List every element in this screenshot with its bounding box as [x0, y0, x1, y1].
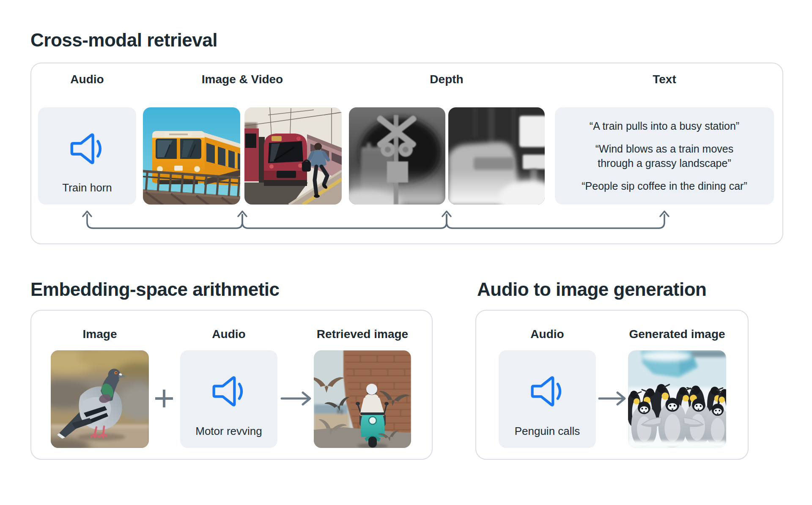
column-header-retrieved-image: Retrieved image — [317, 328, 408, 341]
penguins-photo — [628, 350, 726, 448]
speaker-icon — [529, 373, 565, 409]
right-arrow-icon — [280, 391, 312, 406]
audio-card-penguin-calls: Penguin calls — [499, 350, 596, 448]
audio-card-label: Motor revving — [180, 425, 277, 438]
column-header-image: Image — [83, 328, 117, 341]
audio-to-image-title: Audio to image generation — [477, 279, 706, 300]
embedding-panel: Image Audio Retrieved image — [30, 310, 433, 460]
generation-panel: Audio Generated image Penguin calls — [475, 310, 749, 460]
retrieval-connector-arrows — [31, 63, 784, 245]
embedding-title: Embedding-space arithmetic — [30, 279, 279, 300]
audio-card-motor-revving: Motor revving — [180, 350, 277, 448]
cross-modal-title: Cross-modal retrieval — [30, 30, 217, 51]
speaker-icon — [211, 373, 247, 409]
right-arrow-icon — [598, 391, 627, 406]
scooter-with-pigeons-photo — [314, 350, 411, 448]
column-header-audio-3: Audio — [530, 328, 564, 341]
cross-modal-panel: Audio Image & Video Depth Text Train hor… — [30, 63, 783, 244]
audio-card-label: Penguin calls — [499, 425, 596, 438]
column-header-generated-image: Generated image — [629, 328, 725, 341]
pigeon-photo — [51, 350, 149, 448]
column-header-audio-2: Audio — [212, 328, 245, 341]
plus-icon — [155, 389, 173, 408]
page-canvas: Cross-modal retrieval Audio Image & Vide… — [0, 0, 812, 505]
